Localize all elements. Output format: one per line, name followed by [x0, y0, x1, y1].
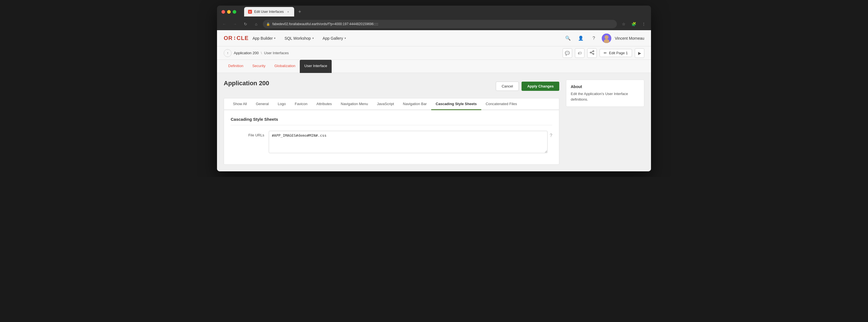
breadcrumb-separator: \	[261, 51, 262, 55]
edit-page-button[interactable]: ✏ Edit Page 1	[599, 49, 632, 57]
up-arrow-icon: ↑	[227, 51, 228, 55]
reload-button[interactable]: ↻	[242, 20, 249, 28]
nav-actions: 🔍 👤 ? Vincent Morneau	[563, 34, 644, 43]
oracle-or-text: OR	[224, 35, 232, 41]
lock-icon: 🔒	[266, 22, 270, 26]
svg-point-4	[593, 54, 594, 55]
subtab-attributes[interactable]: Attributes	[312, 98, 336, 110]
oracle-dot	[234, 37, 235, 40]
app-builder-chevron-icon: ▾	[274, 37, 275, 40]
content-tabs: Definition Security Globalization User I…	[217, 60, 651, 73]
maximize-window-button[interactable]	[232, 10, 236, 14]
file-urls-help-icon[interactable]: ?	[550, 131, 552, 138]
minimize-window-button[interactable]	[227, 10, 231, 14]
page-title: Application 200	[224, 80, 269, 87]
help-button[interactable]: ?	[589, 34, 598, 43]
tab-title: Edit User Interfaces	[254, 10, 284, 14]
sql-workshop-chevron-icon: ▾	[312, 37, 314, 40]
browser-toolbar: ← → ↻ ⌂ 🔒 fabedev02.forallabeautiful.ear…	[217, 18, 651, 30]
content-area: Application 200 Cancel Apply Changes Sho…	[224, 80, 559, 165]
search-button[interactable]: 🔍	[563, 34, 573, 43]
more-icon[interactable]: ⋮	[640, 20, 648, 28]
run-icon: ▶	[638, 51, 641, 55]
subtab-show-all[interactable]: Show All	[228, 98, 251, 110]
share-icon	[590, 50, 594, 56]
extension-icon[interactable]: 🧩	[630, 20, 638, 28]
file-urls-row: File URLs #APP_IMAGES#demo#MIN#.css ?	[231, 131, 552, 153]
file-urls-label: File URLs	[231, 131, 264, 137]
file-urls-field: #APP_IMAGES#demo#MIN#.css ?	[269, 131, 552, 153]
tab-close-button[interactable]: ×	[286, 9, 290, 14]
active-browser-tab[interactable]: A Edit User Interfaces ×	[244, 7, 294, 17]
sidebar-text: Edit the Application's User Interface de…	[571, 91, 640, 102]
breadcrumb-home-button[interactable]: ↑	[224, 49, 231, 57]
sub-tabs: Show All General Logo Favicon Attributes	[224, 98, 559, 110]
nav-sql-workshop[interactable]: SQL Workshop ▾	[280, 34, 317, 43]
main-content: Application 200 Cancel Apply Changes Sho…	[217, 73, 651, 171]
subtab-general[interactable]: General	[251, 98, 273, 110]
tab-bar: A Edit User Interfaces × +	[244, 7, 647, 17]
svg-line-6	[591, 52, 593, 52]
nav-app-gallery[interactable]: App Gallery ▾	[319, 34, 350, 43]
sidebar-title: About	[571, 85, 640, 89]
user-search-button[interactable]: 👤	[576, 34, 586, 43]
oracle-cle-text: CLE	[237, 35, 249, 41]
close-window-button[interactable]	[221, 10, 225, 14]
svg-point-3	[593, 51, 594, 52]
breadcrumb: ↑ Application 200 \ User Interfaces	[224, 49, 288, 57]
tag-icon: 🏷	[578, 51, 582, 55]
subtab-css[interactable]: Cascading Style Sheets	[431, 98, 481, 110]
tab-definition[interactable]: Definition	[224, 60, 248, 73]
edit-icon: ✏	[604, 51, 607, 55]
nav-menu: App Builder ▾ SQL Workshop ▾ App Gallery…	[249, 34, 563, 43]
subtab-navigation-bar[interactable]: Navigation Bar	[399, 98, 431, 110]
form-panel: Cascading Style Sheets File URLs #APP_IM…	[224, 110, 559, 165]
breadcrumb-actions: 💬 🏷	[563, 49, 644, 58]
comment-button[interactable]: 💬	[563, 49, 572, 58]
file-urls-input[interactable]: #APP_IMAGES#demo#MIN#.css	[269, 131, 548, 153]
svg-point-1	[604, 35, 609, 39]
breadcrumb-current: User Interfaces	[264, 51, 288, 55]
subtab-navigation-menu[interactable]: Navigation Menu	[336, 98, 373, 110]
toolbar-actions: ☆ 🧩 ⋮	[620, 20, 648, 28]
tab-globalization[interactable]: Globalization	[270, 60, 300, 73]
sidebar: About Edit the Application's User Interf…	[566, 80, 644, 165]
svg-point-5	[590, 52, 591, 53]
sidebar-panel: About Edit the Application's User Interf…	[566, 80, 644, 107]
traffic-lights	[221, 10, 236, 14]
svg-line-7	[591, 53, 593, 54]
nav-app-builder[interactable]: App Builder ▾	[249, 34, 279, 43]
oracle-logo: OR CLE	[224, 35, 249, 41]
avatar[interactable]	[602, 34, 611, 43]
address-text: fabedev02.forallabeautiful.earth/ords/f?…	[272, 22, 378, 26]
tab-favicon-icon: A	[248, 10, 252, 14]
app-gallery-chevron-icon: ▾	[344, 37, 346, 40]
tab-security[interactable]: Security	[248, 60, 270, 73]
apex-nav: OR CLE App Builder ▾ SQL Workshop ▾ App …	[217, 30, 651, 46]
forward-button[interactable]: →	[231, 20, 239, 28]
subtab-logo[interactable]: Logo	[273, 98, 290, 110]
tag-button[interactable]: 🏷	[575, 49, 584, 58]
breadcrumb-app[interactable]: Application 200	[234, 51, 259, 55]
address-bar[interactable]: 🔒 fabedev02.forallabeautiful.earth/ords/…	[263, 20, 617, 28]
cancel-button[interactable]: Cancel	[496, 82, 519, 91]
back-button[interactable]: ←	[220, 20, 228, 28]
share-button[interactable]	[587, 49, 597, 58]
comment-icon: 💬	[565, 51, 569, 55]
apply-changes-button[interactable]: Apply Changes	[522, 82, 559, 91]
bookmark-icon[interactable]: ☆	[620, 20, 627, 28]
run-button[interactable]: ▶	[635, 49, 644, 58]
oracle-dot-bottom	[234, 39, 235, 40]
form-actions: Cancel Apply Changes	[496, 82, 559, 91]
browser-titlebar: A Edit User Interfaces × +	[217, 6, 651, 18]
subtab-favicon[interactable]: Favicon	[290, 98, 312, 110]
apex-app: OR CLE App Builder ▾ SQL Workshop ▾ App …	[217, 30, 651, 171]
breadcrumb-bar: ↑ Application 200 \ User Interfaces 💬 🏷	[217, 46, 651, 60]
subtab-concatenated-files[interactable]: Concatenated Files	[481, 98, 522, 110]
tab-user-interface[interactable]: User Interface	[300, 60, 332, 73]
subtab-javascript[interactable]: JavaScript	[372, 98, 399, 110]
home-button[interactable]: ⌂	[252, 20, 260, 28]
css-section-title: Cascading Style Sheets	[231, 117, 552, 125]
new-tab-button[interactable]: +	[297, 9, 303, 15]
user-name[interactable]: Vincent Morneau	[615, 36, 644, 40]
